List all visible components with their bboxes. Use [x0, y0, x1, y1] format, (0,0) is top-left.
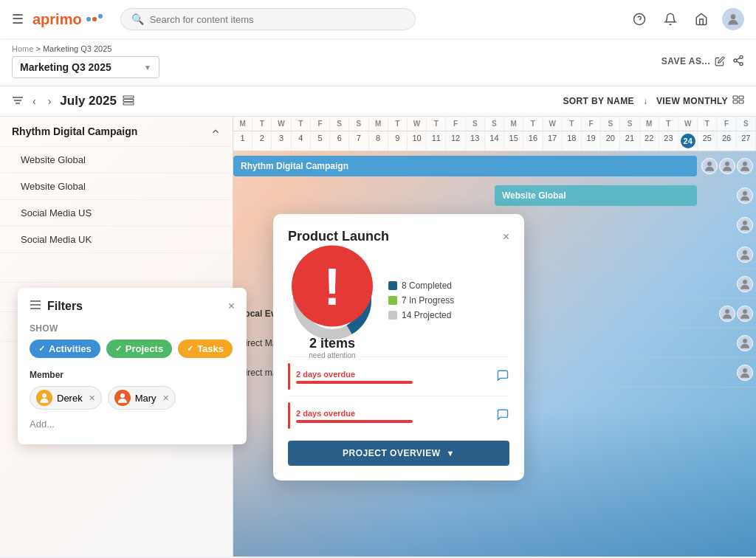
calendar-next-icon[interactable]: › — [45, 94, 55, 108]
campaign-bar-website[interactable]: Website Global — [495, 185, 697, 206]
filter-icon[interactable] — [12, 95, 24, 108]
breadcrumb-separator: > — [35, 44, 42, 53]
row-avatars-rhythm — [701, 158, 753, 174]
date-cell[interactable]: 11 — [427, 131, 446, 151]
chat-icon-button-2[interactable] — [496, 408, 509, 423]
date-cell[interactable]: 14 — [485, 131, 504, 151]
breadcrumb-current: Marketing Q3 2025 — [43, 44, 112, 53]
date-cell[interactable]: 19 — [582, 131, 601, 151]
dialog-close-button[interactable]: × — [503, 230, 509, 244]
list-item[interactable]: Website Global — [0, 173, 233, 200]
calendar-date-numbers: 1234567891011121314151617181920212223242… — [233, 131, 756, 151]
share-icon[interactable] — [732, 55, 744, 69]
campaign-dropdown[interactable]: Marketing Q3 2025 ▼ — [12, 56, 159, 78]
chat-icon-button-1[interactable] — [496, 369, 509, 384]
date-cell[interactable]: 24 — [678, 131, 698, 151]
help-icon[interactable] — [629, 9, 650, 30]
project-overview-button[interactable]: PROJECT OVERVIEW ▼ — [288, 441, 509, 466]
search-bar[interactable]: 🔍 — [120, 8, 416, 30]
filter-hamburger-icon — [30, 300, 41, 313]
breadcrumb-home[interactable]: Home — [12, 44, 33, 53]
date-cell[interactable]: 20 — [601, 131, 620, 151]
member-chip-derek: Derek ✕ — [30, 386, 102, 410]
search-input[interactable] — [150, 14, 405, 25]
member-mary-remove-button[interactable]: ✕ — [162, 393, 169, 403]
legend-dot-progress — [388, 296, 397, 305]
donut-alert-icon: ! — [288, 242, 377, 334]
date-cell[interactable]: 4 — [292, 131, 311, 151]
svg-rect-17 — [739, 100, 743, 103]
date-cell[interactable]: 23 — [659, 131, 678, 151]
calendar-right-controls: SORT BY NAME ↓ VIEW MONTHLY — [563, 95, 744, 108]
home-icon[interactable] — [691, 9, 712, 30]
date-cell[interactable]: 5 — [311, 131, 330, 151]
notification-icon[interactable] — [660, 9, 681, 30]
overdue-indicator — [288, 363, 290, 390]
date-cell[interactable]: 27 — [737, 131, 756, 151]
member-chips: Derek ✕ Mary ✕ — [30, 386, 235, 410]
sort-direction-icon[interactable]: ↓ — [643, 96, 647, 106]
list-item[interactable]: Website Global — [0, 147, 233, 173]
day-label: S — [620, 117, 639, 131]
day-label: T — [292, 117, 311, 131]
date-cell[interactable]: 8 — [369, 131, 388, 151]
date-cell[interactable]: 22 — [640, 131, 659, 151]
svg-line-6 — [737, 61, 740, 63]
chip-activities-label: Activities — [49, 343, 92, 354]
date-cell[interactable]: 15 — [504, 131, 523, 151]
filter-chip-tasks[interactable]: ✓ Tasks — [178, 340, 233, 358]
date-cell[interactable]: 26 — [717, 131, 736, 151]
user-avatar[interactable] — [722, 8, 744, 30]
legend-dot-projected — [388, 311, 397, 320]
filter-chip-activities[interactable]: ✓ Activities — [30, 340, 100, 358]
date-cell[interactable]: 16 — [523, 131, 543, 151]
date-cell[interactable]: 3 — [272, 131, 291, 151]
calendar-prev-icon[interactable]: ‹ — [30, 94, 39, 108]
date-cell[interactable]: 17 — [543, 131, 563, 151]
row-avatars — [737, 187, 753, 204]
date-cell[interactable]: 1 — [233, 131, 252, 151]
filters-show-label: Show — [30, 323, 235, 334]
avatar — [737, 365, 753, 381]
hamburger-menu-icon[interactable]: ☰ — [12, 11, 24, 27]
add-member-button[interactable]: Add... — [30, 416, 235, 433]
list-item[interactable]: Social Media UK — [0, 227, 233, 253]
svg-rect-15 — [739, 96, 743, 99]
date-cell[interactable]: 18 — [563, 131, 582, 151]
logo-dot-2 — [92, 17, 97, 21]
day-label: T — [252, 117, 272, 131]
overdue-item-1: 2 days overdue — [288, 356, 509, 396]
campaign-group-header[interactable]: Rhythm Digital Campaign — [0, 117, 233, 147]
day-label: F — [311, 117, 330, 131]
calendar-list-icon[interactable] — [123, 95, 134, 108]
donut-chart: ! 2 items need attention — [288, 256, 377, 345]
date-cell[interactable]: 2 — [252, 131, 272, 151]
save-as-button[interactable]: SAVE AS... — [662, 56, 725, 66]
date-cell[interactable]: 25 — [698, 131, 717, 151]
date-cell[interactable]: 21 — [620, 131, 639, 151]
day-label: T — [563, 117, 582, 131]
date-cell[interactable]: 13 — [466, 131, 485, 151]
date-cell[interactable]: 9 — [388, 131, 408, 151]
list-item[interactable]: Social Media US — [0, 200, 233, 227]
view-monthly-button[interactable]: VIEW MONTHLY — [656, 95, 744, 108]
legend-label-completed: 8 Completed — [402, 280, 452, 291]
filter-chip-projects[interactable]: ✓ Projects — [106, 340, 172, 358]
date-cell[interactable]: 12 — [446, 131, 465, 151]
day-label: W — [678, 117, 698, 131]
donut-center: ! 2 items need attention — [288, 242, 377, 359]
member-derek-remove-button[interactable]: ✕ — [89, 393, 95, 403]
date-cell[interactable]: 7 — [349, 131, 368, 151]
date-cell[interactable]: 6 — [330, 131, 349, 151]
date-cell[interactable]: 10 — [408, 131, 427, 151]
svg-point-26 — [743, 309, 747, 314]
campaign-bar-rhythm[interactable]: Rhythm Digital Campaign — [233, 156, 697, 176]
svg-rect-11 — [123, 96, 134, 98]
day-label: S — [601, 117, 620, 131]
sort-by-name-button[interactable]: SORT BY NAME — [563, 96, 634, 106]
legend-item-progress: 7 In Progress — [388, 295, 454, 306]
view-monthly-label: VIEW MONTHLY — [656, 96, 728, 106]
filters-close-button[interactable]: × — [228, 300, 235, 313]
day-label: S — [485, 117, 504, 131]
day-label: M — [233, 117, 252, 131]
